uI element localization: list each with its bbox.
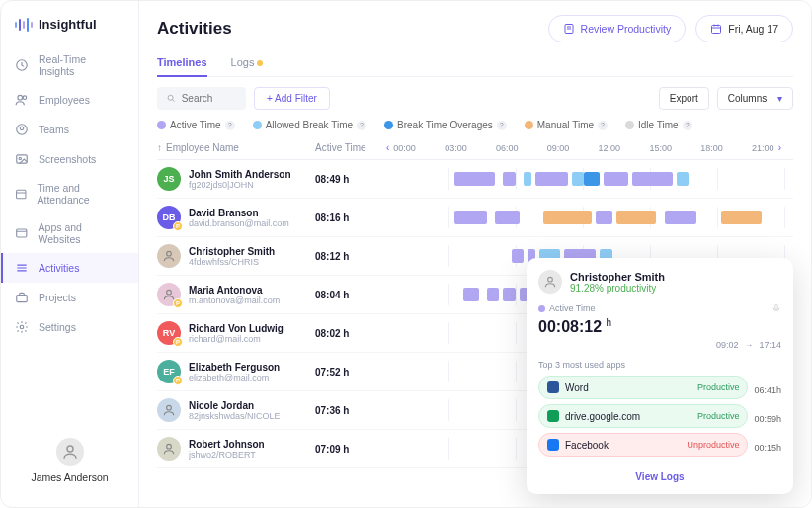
employee-sub: elizabeth@mail.com [189, 373, 280, 382]
main: Activities Review Productivity Fri, Aug … [139, 1, 811, 507]
calendar-icon [710, 23, 722, 35]
svg-rect-31 [775, 304, 778, 309]
svg-point-15 [20, 325, 24, 329]
timeline-segment[interactable] [584, 172, 600, 186]
svg-point-30 [548, 277, 553, 282]
header-actions: Review Productivity Fri, Aug 17 [548, 15, 793, 42]
help-icon[interactable]: ? [683, 121, 692, 130]
col-timeline: ‹ 00:0003:0006:0009:0012:0015:0018:0021:… [374, 142, 793, 153]
tab-logs[interactable]: Logs [231, 50, 264, 76]
gear-icon [15, 320, 29, 334]
employee-name: David Branson [189, 208, 289, 218]
timeline-segment[interactable] [487, 288, 499, 301]
legend: Active Time?Allowed Break Time?Break Tim… [157, 118, 793, 132]
timeline-segment[interactable] [524, 172, 531, 186]
timeline-cell [374, 207, 793, 228]
svg-point-24 [168, 95, 173, 100]
sidebar-item-settings[interactable]: Settings [1, 312, 138, 342]
timeline-segment[interactable] [495, 211, 519, 224]
popover-avatar [538, 270, 562, 294]
page-title: Activities [157, 19, 232, 39]
export-button[interactable]: Export [659, 87, 709, 110]
sidebar-item-teams[interactable]: Teams [1, 115, 138, 144]
col-employee-name[interactable]: ↑ Employee Name [157, 142, 315, 153]
timeline-segment[interactable] [463, 288, 479, 301]
timeline-segment[interactable] [454, 211, 487, 224]
sidebar: Insightful Real-Time InsightsEmployeesTe… [1, 1, 139, 507]
badge-icon: P [173, 298, 183, 308]
popover-name: Christopher Smith [570, 271, 665, 283]
active-time-value: 07:52 h [315, 367, 374, 378]
sidebar-item-projects[interactable]: Projects [1, 283, 138, 312]
timeline-segment[interactable] [665, 211, 697, 224]
sidebar-item-real-time-insights[interactable]: Real-Time Insights [1, 45, 138, 85]
help-icon[interactable]: ? [497, 121, 507, 130]
timeline-segment[interactable] [543, 211, 592, 224]
svg-rect-9 [17, 229, 27, 237]
table-row[interactable]: DBPDavid Bransondavid.branson@mail.com 0… [157, 199, 793, 237]
employee-name: John Smith Anderson [189, 169, 291, 180]
tab-timelines[interactable]: Timelines [157, 50, 207, 76]
svg-rect-7 [17, 190, 26, 198]
col-active-time[interactable]: Active Time [315, 142, 374, 153]
employee-sub: richard@mail.com [189, 334, 284, 344]
columns-button[interactable]: Columns ▾ [717, 87, 793, 110]
timeline-segment[interactable] [616, 211, 657, 224]
timeline-segment[interactable] [503, 288, 515, 301]
app-pill[interactable]: Facebook Unproductive [538, 433, 748, 457]
active-time-value: 08:12 h [315, 251, 374, 262]
sidebar-item-screenshots[interactable]: Screenshots [1, 144, 138, 174]
time-label: 00:00 [393, 143, 416, 153]
review-productivity-button[interactable]: Review Productivity [548, 15, 687, 42]
avatar: JS [157, 167, 181, 191]
avatar [157, 437, 181, 461]
timeline-segment[interactable] [535, 172, 568, 186]
add-filter-button[interactable]: + Add Filter [254, 87, 330, 110]
help-icon[interactable]: ? [598, 121, 608, 130]
timeline-segment[interactable] [572, 172, 584, 186]
timeline-next-button[interactable]: › [774, 142, 785, 153]
active-time-value: 07:36 h [315, 405, 374, 416]
time-labels: 00:0003:0006:0009:0012:0015:0018:0021:00 [393, 143, 773, 153]
users-icon [15, 93, 29, 107]
timeline-segment[interactable] [596, 211, 611, 224]
app-pill[interactable]: Word Productive [538, 376, 748, 399]
legend-item: Idle Time? [625, 120, 692, 130]
timeline-segment[interactable] [721, 211, 762, 224]
svg-point-27 [167, 290, 172, 295]
date-picker-button[interactable]: Fri, Aug 17 [695, 15, 793, 42]
sidebar-item-time-and-attendance[interactable]: Time and Attendance [1, 174, 138, 213]
briefcase-icon [15, 291, 29, 304]
sidebar-item-employees[interactable]: Employees [1, 85, 138, 115]
sidebar-item-activities[interactable]: Activities [1, 253, 138, 283]
brand-name: Insightful [39, 17, 97, 32]
view-logs-link[interactable]: View Logs [538, 471, 781, 482]
svg-line-25 [172, 100, 174, 102]
user-avatar [56, 438, 84, 466]
legend-item: Allowed Break Time? [253, 120, 366, 130]
timeline-prev-button[interactable]: ‹ [382, 142, 393, 153]
svg-point-16 [67, 446, 73, 452]
search-input[interactable] [182, 93, 236, 104]
sidebar-item-apps-and-websites[interactable]: Apps and Websites [1, 213, 138, 253]
active-time-value: 08:16 h [315, 212, 374, 223]
timeline-segment[interactable] [632, 172, 673, 186]
search-box[interactable] [157, 87, 246, 110]
timeline-segment[interactable] [512, 249, 524, 263]
help-icon[interactable]: ? [357, 121, 366, 130]
time-label: 06:00 [496, 143, 519, 153]
timeline-segment[interactable] [604, 172, 627, 186]
timeline-segment[interactable] [503, 172, 515, 186]
timeline-segment[interactable] [454, 172, 495, 186]
app-pill[interactable]: drive.google.com Productive [538, 404, 748, 428]
tabs: TimelinesLogs [157, 50, 793, 77]
window-icon [15, 226, 29, 240]
app-row: drive.google.com Productive 00:59h [538, 404, 781, 433]
user-footer[interactable]: James Anderson [1, 426, 138, 495]
table-row[interactable]: JSJohn Smith Andersonfg202jds0|JOHN 08:4… [157, 160, 793, 199]
help-icon[interactable]: ? [225, 121, 235, 130]
legend-item: Manual Time? [525, 120, 608, 130]
list-icon [15, 261, 29, 275]
timeline-segment[interactable] [677, 172, 689, 186]
badge-dot [257, 60, 263, 66]
